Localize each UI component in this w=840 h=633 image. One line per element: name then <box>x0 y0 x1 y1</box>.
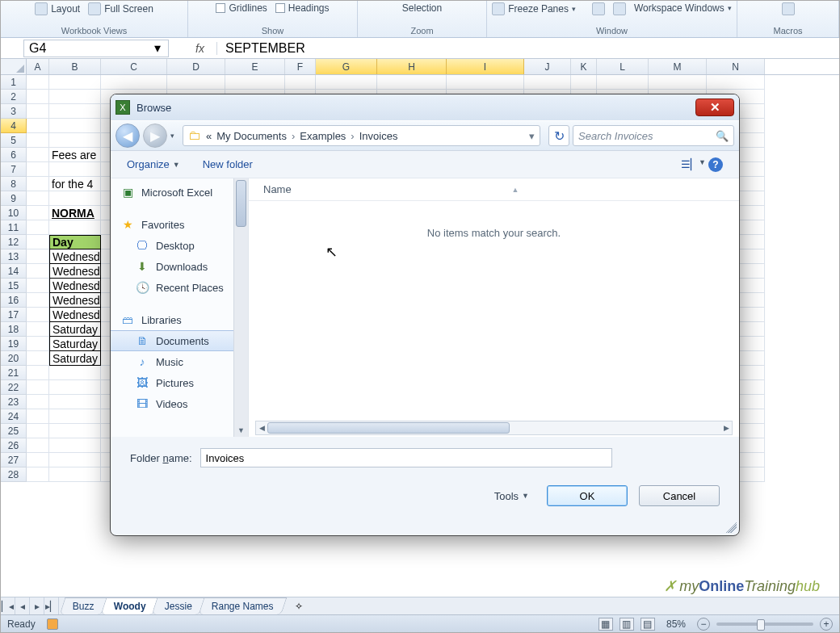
scroll-down-icon[interactable]: ▼ <box>234 424 248 437</box>
cancel-button[interactable]: Cancel <box>639 485 720 506</box>
row-header[interactable]: 6 <box>1 148 27 162</box>
tab-nav-next[interactable]: ▸ <box>30 597 44 614</box>
sheet-tab[interactable]: Jessie <box>152 597 206 614</box>
cell[interactable] <box>49 133 101 148</box>
row-header[interactable]: 7 <box>1 162 27 177</box>
zoom-out-button[interactable]: − <box>697 618 710 631</box>
row-header[interactable]: 18 <box>1 322 27 337</box>
cell[interactable] <box>27 220 49 235</box>
cell[interactable] <box>377 75 447 90</box>
cell[interactable] <box>49 104 101 119</box>
macro-record-icon[interactable] <box>47 618 58 630</box>
nav-item-downloads[interactable]: ⬇Downloads <box>111 256 248 277</box>
cell[interactable] <box>524 75 571 90</box>
page-break-view-button[interactable]: ▤ <box>640 618 655 631</box>
row-header[interactable]: 8 <box>1 177 27 191</box>
cell[interactable]: Wednesday <box>49 308 101 322</box>
cell[interactable] <box>49 395 101 409</box>
nav-item-libraries[interactable]: 🗃Libraries <box>111 309 248 330</box>
cell[interactable] <box>707 75 765 90</box>
chevron-down-icon[interactable]: ▾ <box>529 130 535 142</box>
row-header[interactable]: 19 <box>1 337 27 351</box>
scroll-right-icon[interactable]: ▶ <box>720 424 732 432</box>
nav-forward-button[interactable]: ▶ <box>143 124 167 148</box>
column-header-N[interactable]: N <box>707 59 765 74</box>
navpane-scrollbar[interactable]: ▲ ▼ <box>233 178 248 437</box>
cell[interactable] <box>447 75 524 90</box>
cell[interactable] <box>27 395 49 409</box>
row-header[interactable]: 16 <box>1 293 27 308</box>
nav-item-music[interactable]: ♪Music <box>111 351 248 372</box>
new-sheet-button[interactable]: ✧ <box>289 597 309 614</box>
cell[interactable] <box>27 177 49 191</box>
nav-item-excel[interactable]: ▣Microsoft Excel <box>111 182 248 203</box>
folder-name-input[interactable] <box>200 448 612 467</box>
view-options-button[interactable]: ☰▏▼ <box>681 158 699 171</box>
row-header[interactable]: 24 <box>1 409 27 424</box>
column-header-J[interactable]: J <box>524 59 571 74</box>
cell[interactable] <box>27 206 49 220</box>
row-header[interactable]: 12 <box>1 235 27 249</box>
select-all-triangle[interactable] <box>1 59 27 74</box>
row-header[interactable]: 27 <box>1 453 27 467</box>
column-header-H[interactable]: H <box>377 59 447 74</box>
cell[interactable] <box>49 453 101 467</box>
column-header-I[interactable]: I <box>447 59 524 74</box>
column-header-K[interactable]: K <box>571 59 597 74</box>
row-header[interactable]: 3 <box>1 104 27 119</box>
column-header-L[interactable]: L <box>597 59 649 74</box>
cell[interactable] <box>49 90 101 104</box>
search-input[interactable]: Search Invoices 🔍 <box>573 125 734 146</box>
cell[interactable] <box>49 438 101 453</box>
refresh-button[interactable]: ↻ <box>548 125 569 146</box>
row-header[interactable]: 23 <box>1 395 27 409</box>
cell[interactable] <box>27 453 49 467</box>
dialog-titlebar[interactable]: X Browse ✕ <box>111 94 739 120</box>
full-screen-button[interactable]: Full Screen <box>88 2 153 15</box>
nav-item-videos[interactable]: 🎞Videos <box>111 393 248 414</box>
column-header-name[interactable]: Name▲ <box>249 178 739 201</box>
cell[interactable] <box>27 133 49 148</box>
cell[interactable] <box>49 467 101 482</box>
cell[interactable] <box>597 75 649 90</box>
sheet-tab[interactable]: Buzz <box>60 597 108 614</box>
cell[interactable]: Saturday <box>49 351 101 366</box>
column-header-A[interactable]: A <box>27 59 49 74</box>
row-header[interactable]: 11 <box>1 220 27 235</box>
cell[interactable] <box>27 75 49 90</box>
cell[interactable] <box>571 75 597 90</box>
cell[interactable] <box>27 249 49 264</box>
cell[interactable] <box>225 75 285 90</box>
column-header-G[interactable]: G <box>316 59 377 74</box>
row-header[interactable]: 9 <box>1 191 27 206</box>
scroll-thumb[interactable] <box>236 180 246 227</box>
cell[interactable] <box>27 293 49 308</box>
tab-nav-prev[interactable]: ◂ <box>15 597 30 614</box>
page-layout-button[interactable]: Layout <box>35 2 80 15</box>
row-header[interactable]: 21 <box>1 366 27 380</box>
cell[interactable] <box>27 424 49 438</box>
name-box[interactable]: G4 ▾ <box>23 40 169 57</box>
cell[interactable] <box>27 351 49 366</box>
tab-nav-first[interactable]: ▏◂ <box>1 597 15 614</box>
row-header[interactable]: 1 <box>1 75 27 90</box>
cell[interactable]: Saturday <box>49 322 101 337</box>
cell[interactable] <box>49 162 101 177</box>
cell[interactable]: Wednesday <box>49 279 101 293</box>
breadcrumb-item[interactable]: My Documents <box>216 130 287 142</box>
cell[interactable]: Day <box>49 235 101 249</box>
breadcrumb-item[interactable]: Invoices <box>359 130 398 142</box>
row-header[interactable]: 20 <box>1 351 27 366</box>
cell[interactable] <box>27 308 49 322</box>
column-header-D[interactable]: D <box>167 59 225 74</box>
cell[interactable] <box>27 337 49 351</box>
row-header[interactable]: 28 <box>1 467 27 482</box>
cell[interactable] <box>49 366 101 380</box>
cell[interactable] <box>49 409 101 424</box>
cell[interactable] <box>27 366 49 380</box>
row-header[interactable]: 22 <box>1 380 27 395</box>
row-header[interactable]: 26 <box>1 438 27 453</box>
cell[interactable] <box>649 75 707 90</box>
cell[interactable]: Wednesday <box>49 249 101 264</box>
cell[interactable] <box>27 148 49 162</box>
